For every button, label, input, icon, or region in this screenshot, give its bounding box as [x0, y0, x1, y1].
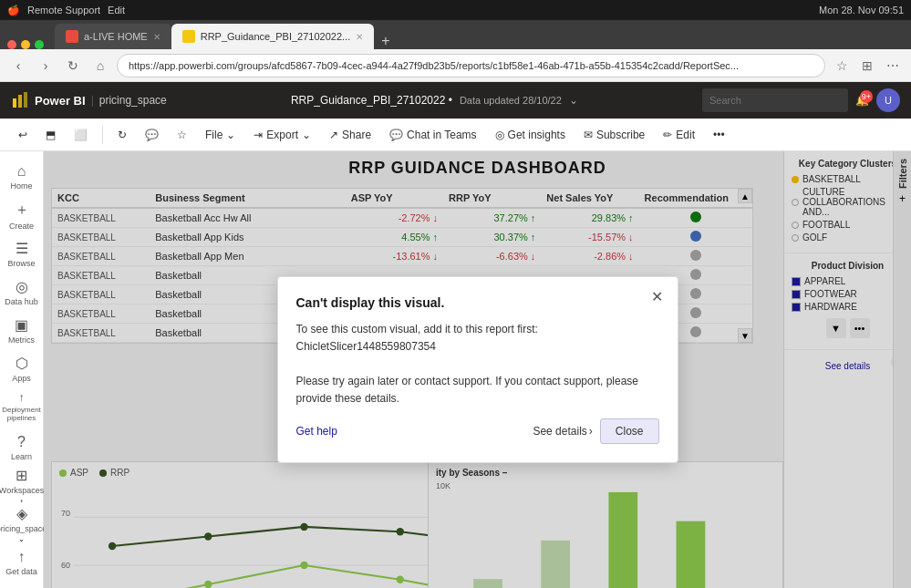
modal-line1: To see this custom visual, add it to thi… [296, 321, 659, 356]
report-canvas: RRP GUIDANCE DASHBOARD ▲ KCC Business Se… [44, 151, 911, 588]
bookmark-toolbar-button[interactable]: ☆ [170, 122, 194, 148]
modal-close-button[interactable]: ✕ [648, 288, 667, 306]
modal-right-actions: See details › Close [533, 418, 658, 444]
os-time: Mon 28. Nov 09:51 [819, 5, 904, 15]
tab-bar: a-LIVE HOME ✕ RRP_Guidance_PBI_27102022.… [0, 20, 911, 49]
sidebar-home-label: Home [10, 181, 32, 191]
file-button[interactable]: File ⌄ [198, 122, 243, 148]
browser-actions: ☆ ⊞ ⋯ [831, 55, 904, 77]
modal-get-help[interactable]: Get help [296, 425, 337, 438]
os-bar-right: Mon 28. Nov 09:51 [819, 5, 904, 15]
sidebar-item-apps[interactable]: ⬡ Apps [4, 350, 40, 387]
new-tab-button[interactable]: + [374, 33, 397, 49]
apple-icon[interactable]: 🍎 [7, 5, 20, 16]
export-button[interactable]: ⇥ Export ⌄ [246, 122, 318, 148]
user-avatar[interactable]: U [876, 88, 900, 112]
sidebar-item-pricing-space[interactable]: ◈ pricing_space ⌄ [4, 506, 40, 542]
undo-button[interactable]: ↩ [11, 122, 35, 148]
modal-see-details-area: Get help [296, 425, 337, 438]
modal-footer: Get help See details › Close [296, 418, 659, 444]
subscribe-button[interactable]: ✉ Subscribe [576, 122, 652, 148]
share-button[interactable]: ↗ Share [322, 122, 378, 148]
modal-body: To see this custom visual, add it to thi… [296, 321, 659, 408]
notification-bell[interactable]: 🔔 9+ [855, 94, 869, 107]
export-chevron: ⌄ [302, 129, 311, 141]
sidebar-item-metrics[interactable]: ▣ Metrics [4, 312, 40, 348]
layout-button[interactable]: ⬒ [38, 122, 63, 148]
tab-pbi[interactable]: RRP_Guidance_PBI_27102022... ✕ [171, 24, 375, 49]
pbi-search-input[interactable] [702, 88, 848, 112]
maximize-traffic-light[interactable] [35, 40, 44, 49]
export-icon: ⇥ [254, 129, 263, 141]
tab-alive[interactable]: a-LIVE HOME ✕ [55, 24, 171, 49]
address-bar-row: ‹ › ↻ ⌂ ☆ ⊞ ⋯ [0, 49, 911, 82]
tab-favicon-pbi [182, 30, 195, 43]
os-edit[interactable]: Edit [108, 5, 125, 15]
edit-label: Edit [676, 129, 695, 141]
bookmark-button[interactable]: ☆ [831, 55, 853, 77]
edit-icon: ✏ [663, 129, 672, 141]
comment-button[interactable]: 💬 [138, 122, 166, 148]
copy-button[interactable]: ⬜ [67, 122, 95, 148]
deployment-icon: ↑ [19, 391, 25, 404]
reload-button[interactable]: ↻ [62, 55, 84, 77]
tab-favicon-alive [66, 30, 78, 43]
pbi-workspace[interactable]: pricing_space [99, 94, 167, 107]
modal-close-btn[interactable]: Close [600, 418, 659, 444]
os-remote-support: Remote Support [27, 5, 100, 15]
home-icon: ⌂ [17, 163, 26, 180]
sidebar-item-home[interactable]: ⌂ Home [4, 159, 40, 195]
pbi-header-right: 🔔 9+ U [702, 88, 900, 112]
minimize-traffic-light[interactable] [21, 40, 30, 49]
forward-button[interactable]: › [35, 55, 57, 77]
browser-menu-button[interactable]: ⋯ [882, 55, 904, 77]
tab-pbi-close[interactable]: ✕ [356, 32, 363, 42]
sidebar-create-label: Create [9, 222, 34, 231]
tab-alive-close[interactable]: ✕ [153, 32, 160, 42]
back-button[interactable]: ‹ [7, 55, 29, 77]
pbi-workspace-separator: | [91, 94, 94, 107]
sidebar-get-data-label: Get data [5, 567, 37, 576]
sidebar-item-learn[interactable]: ? Learn [4, 429, 40, 466]
modal-title: Can't display this visual. [296, 295, 659, 310]
sidebar-item-create[interactable]: ＋ Create [4, 197, 40, 233]
os-bar: 🍎 Remote Support Edit Mon 28. Nov 09:51 [0, 0, 911, 20]
insights-icon: ◎ [495, 129, 504, 141]
subscribe-label: Subscribe [596, 129, 645, 141]
sidebar: ⌂ Home ＋ Create ☰ Browse ◎ Data hub ▣ Me… [0, 151, 44, 588]
pbi-toolbar: ↩ ⬒ ⬜ ↻ 💬 ☆ File ⌄ ⇥ Export ⌄ ↗ Share 💬 … [0, 119, 911, 151]
sidebar-item-workspaces[interactable]: ⊞ Workspaces › [4, 468, 40, 504]
tab-pbi-label: RRP_Guidance_PBI_27102022... [201, 31, 351, 42]
share-icon: ↗ [329, 129, 338, 141]
more-options-button[interactable]: ••• [706, 122, 732, 148]
subscribe-icon: ✉ [584, 129, 593, 141]
home-button[interactable]: ⌂ [89, 55, 111, 77]
modal-see-details-link[interactable]: See details › [533, 425, 592, 438]
pbi-data-chevron[interactable]: ⌄ [569, 94, 578, 107]
sidebar-browse-label: Browse [7, 259, 35, 268]
pbi-report-info: RRP_Guidance_PBI_27102022 • Data updated… [178, 94, 691, 107]
sidebar-apps-label: Apps [12, 374, 31, 383]
traffic-lights [7, 40, 44, 49]
modal-line2: Please try again later or contact suppor… [296, 373, 659, 407]
get-insights-button[interactable]: ◎ Get insights [488, 122, 573, 148]
sidebar-metrics-label: Metrics [8, 335, 35, 345]
chat-teams-button[interactable]: 💬 Chat in Teams [382, 122, 483, 148]
sidebar-item-deployment[interactable]: ↑ Deployment pipelines [4, 388, 40, 425]
modal-see-details-text: See details [533, 425, 586, 438]
datahub-icon: ◎ [16, 278, 28, 295]
extensions-button[interactable]: ⊞ [856, 55, 878, 77]
sidebar-item-get-data[interactable]: ↑ Get data [4, 544, 40, 581]
edit-button[interactable]: ✏ Edit [656, 122, 702, 148]
sidebar-item-datahub[interactable]: ◎ Data hub [4, 273, 40, 310]
sidebar-datahub-label: Data hub [5, 297, 38, 306]
sidebar-item-browse[interactable]: ☰ Browse [4, 235, 40, 272]
file-label: File [205, 129, 223, 141]
workspaces-icon: ⊞ [16, 467, 27, 484]
address-input[interactable] [117, 54, 825, 77]
svg-rect-2 [24, 92, 27, 108]
chat-icon: 💬 [389, 129, 403, 141]
pbi-logo: Power BI | pricing_space [11, 91, 167, 109]
close-traffic-light[interactable] [7, 40, 16, 49]
refresh-button[interactable]: ↻ [110, 122, 134, 148]
